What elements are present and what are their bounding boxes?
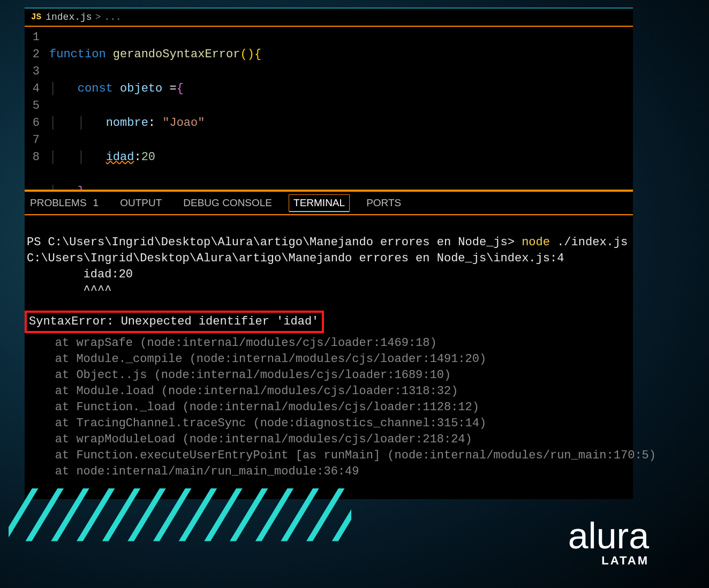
hatch-decoration: ///////////////// bbox=[9, 488, 351, 558]
problems-count: 1 bbox=[93, 197, 99, 209]
stack-line: at Function._load (node:internal/modules… bbox=[27, 401, 479, 414]
stack-line: at wrapSafe (node:internal/modules/cjs/l… bbox=[27, 336, 437, 350]
line-number: 3 bbox=[25, 63, 40, 80]
tab-label: PORTS bbox=[366, 197, 401, 209]
bottom-panel: PROBLEMS 1 OUTPUT DEBUG CONSOLE TERMINAL… bbox=[25, 190, 633, 499]
code-line: │ const objeto ={ bbox=[49, 80, 633, 97]
breadcrumb-rest: ... bbox=[104, 12, 121, 22]
logo-main-text: alura bbox=[568, 519, 649, 552]
line-number: 1 bbox=[25, 29, 40, 46]
code-line: function gerandoSyntaxError(){ bbox=[49, 46, 633, 63]
tab-terminal[interactable]: TERMINAL bbox=[289, 194, 350, 212]
terminal-line: PS C:\Users\Ingrid\Desktop\Alura\artigo\… bbox=[27, 236, 628, 249]
terminal-output[interactable]: PS C:\Users\Ingrid\Desktop\Alura\artigo\… bbox=[25, 215, 633, 499]
tab-label: TERMINAL bbox=[293, 197, 345, 209]
js-file-icon: JS bbox=[30, 12, 42, 22]
line-number: 8 bbox=[25, 149, 40, 166]
tab-output[interactable]: OUTPUT bbox=[120, 197, 162, 209]
tab-ports[interactable]: PORTS bbox=[366, 197, 401, 209]
line-number: 4 bbox=[25, 80, 40, 97]
stack-line: at Module._compile (node:internal/module… bbox=[27, 352, 486, 366]
tab-label: PROBLEMS bbox=[30, 197, 87, 209]
terminal-line: C:\Users\Ingrid\Desktop\Alura\artigo\Man… bbox=[27, 252, 564, 265]
terminal-line: ^^^^ bbox=[27, 284, 111, 297]
line-number: 7 bbox=[25, 132, 40, 149]
line-number: 2 bbox=[25, 46, 40, 63]
alura-logo: alura LATAM bbox=[568, 519, 649, 568]
panel-tabs: PROBLEMS 1 OUTPUT DEBUG CONSOLE TERMINAL… bbox=[25, 192, 633, 215]
stack-line: at Object..js (node:internal/modules/cjs… bbox=[27, 368, 451, 382]
code-line: │ │ idad:20 bbox=[49, 149, 633, 166]
stack-line: at TracingChannel.traceSync (node:diagno… bbox=[27, 417, 486, 430]
breadcrumb-filename: index.js bbox=[46, 12, 92, 22]
tab-label: OUTPUT bbox=[120, 197, 162, 209]
code-line: │ │ nombre: "Joao" bbox=[49, 115, 633, 132]
breadcrumb[interactable]: JS index.js > ... bbox=[25, 9, 633, 26]
stack-line: at wrapModuleLoad (node:internal/modules… bbox=[27, 433, 472, 446]
chevron-right-icon: > bbox=[95, 12, 101, 22]
tab-label: DEBUG CONSOLE bbox=[183, 197, 272, 209]
terminal-line: idad:20 bbox=[27, 268, 133, 281]
line-number: 5 bbox=[25, 97, 40, 115]
tab-debug-console[interactable]: DEBUG CONSOLE bbox=[183, 197, 272, 209]
stack-line: at Module.load (node:internal/modules/cj… bbox=[27, 385, 458, 398]
stack-line: at Function.executeUserEntryPoint [as ru… bbox=[27, 449, 656, 462]
syntax-error-highlight: SyntaxError: Unexpected identifier 'idad… bbox=[25, 311, 324, 333]
stack-line: at node:internal/main/run_main_module:36… bbox=[27, 465, 359, 478]
line-number: 6 bbox=[25, 115, 40, 132]
tab-problems[interactable]: PROBLEMS 1 bbox=[30, 197, 99, 209]
